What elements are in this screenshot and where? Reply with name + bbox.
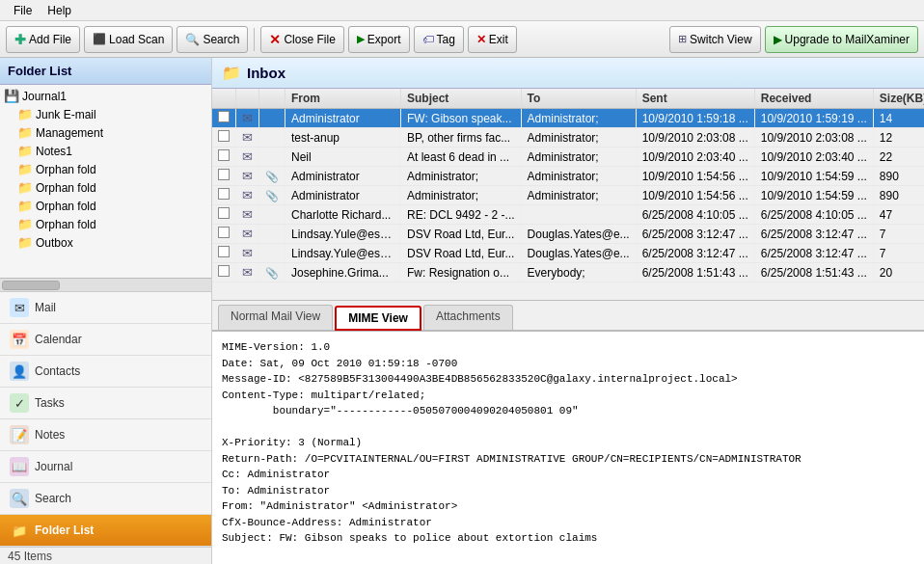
switch-view-button[interactable]: ⊞ Switch View (669, 26, 760, 53)
load-scan-button[interactable]: ⬛ Load Scan (84, 26, 173, 53)
table-row[interactable]: ✉ Charlotte Richard... RE: DCL 9492 - 2 … (212, 205, 924, 225)
table-row[interactable]: ✉ 📎 Administrator Administrator; Adminis… (212, 167, 924, 186)
nav-label-notes: Notes (35, 428, 65, 442)
preview-area: Normal Mail View MIME View Attachments M… (212, 301, 924, 564)
table-row[interactable]: ✉ Administrator FW: Gibson speak... Admi… (212, 109, 924, 128)
upgrade-button[interactable]: ▶ Upgrade to MailXaminer (765, 26, 918, 53)
checkbox-3[interactable] (218, 169, 230, 180)
checkbox-2[interactable] (218, 149, 230, 161)
checkbox-6[interactable] (218, 227, 230, 238)
folder-icon-2: 📁 (17, 125, 33, 140)
folder-item-0[interactable]: 💾Journal1 (0, 87, 211, 105)
col-from[interactable]: From (285, 89, 401, 109)
nav-label-calendar: Calendar (35, 333, 82, 346)
nav-btn-mail[interactable]: ✉Mail (0, 292, 211, 324)
col-received[interactable]: Received (754, 89, 873, 109)
folder-item-6[interactable]: 📁Orphan fold (0, 197, 211, 215)
checkbox-1[interactable] (218, 130, 230, 142)
col-icon (236, 89, 259, 109)
checkbox-5[interactable] (218, 207, 230, 219)
cell-check-1[interactable] (212, 128, 236, 148)
folder-item-5[interactable]: 📁Orphan fold (0, 178, 211, 197)
cell-check-8[interactable] (212, 263, 236, 282)
table-row[interactable]: ✉ 📎 Josephine.Grima... Fw: Resignation o… (212, 263, 924, 282)
nav-btn-tasks[interactable]: ✓Tasks (0, 388, 211, 419)
switch-view-label: Switch View (690, 33, 751, 46)
scroll-thumb[interactable] (2, 281, 60, 290)
cell-size-0: 14 (873, 109, 924, 128)
cell-check-6[interactable] (212, 225, 236, 244)
checkbox-4[interactable] (218, 188, 230, 200)
tab-mime[interactable]: MIME View (335, 306, 421, 331)
cell-check-0[interactable] (212, 109, 236, 128)
folder-item-7[interactable]: 📁Orphan fold (0, 215, 211, 233)
nav-btn-folder-list[interactable]: 📁Folder List (0, 515, 211, 547)
nav-btn-search[interactable]: 🔍Search (0, 483, 211, 515)
email-list[interactable]: From Subject To Sent Received Size(KB) ✉… (212, 89, 924, 301)
folder-item-8[interactable]: 📁Outbox (0, 233, 211, 252)
col-subject[interactable]: Subject (401, 89, 522, 109)
folder-item-3[interactable]: 📁Notes1 (0, 142, 211, 160)
folder-item-2[interactable]: 📁Management (0, 123, 211, 142)
cell-received-5: 6/25/2008 4:10:05 ... (754, 205, 873, 225)
menu-help[interactable]: Help (40, 2, 79, 19)
checkbox-7[interactable] (218, 246, 230, 257)
nav-label-mail: Mail (35, 301, 56, 314)
nav-btn-calendar[interactable]: 📅Calendar (0, 324, 211, 356)
cell-check-5[interactable] (212, 205, 236, 225)
tag-button[interactable]: 🏷 Tag (414, 26, 464, 53)
cell-received-6: 6/25/2008 3:12:47 ... (754, 225, 873, 244)
tab-attachments[interactable]: Attachments (423, 305, 513, 330)
col-attach (259, 89, 285, 109)
cell-check-7[interactable] (212, 244, 236, 263)
cell-from-8: Josephine.Grima... (285, 263, 401, 282)
cell-subject-8: Fw: Resignation o... (401, 263, 522, 282)
table-row[interactable]: ✉ Neil At least 6 dead in ... Administra… (212, 148, 924, 167)
nav-label-contacts: Contacts (35, 364, 80, 378)
table-row[interactable]: ✉ 📎 Administrator Administrator; Adminis… (212, 186, 924, 205)
col-to[interactable]: To (521, 89, 636, 109)
folder-item-1[interactable]: 📁Junk E-mail (0, 105, 211, 123)
search-icon: 🔍 (185, 33, 200, 46)
cell-sent-3: 10/9/2010 1:54:56 ... (636, 167, 754, 186)
inbox-icon: 📁 (222, 64, 241, 82)
toolbar-right: ⊞ Switch View ▶ Upgrade to MailXaminer (669, 26, 918, 53)
export-button[interactable]: ▶ Export (348, 26, 410, 53)
checkbox-8[interactable] (218, 265, 230, 277)
cell-icon-4: ✉ (236, 186, 259, 205)
cell-from-2: Neil (285, 148, 401, 167)
table-row[interactable]: ✉ Lindsay.Yule@ese... DSV Road Ltd, Eur.… (212, 225, 924, 244)
menu-file[interactable]: File (6, 2, 40, 19)
col-size[interactable]: Size(KB) (873, 89, 924, 109)
folder-name-4: Orphan fold (36, 163, 96, 176)
nav-icon-tasks: ✓ (10, 393, 29, 413)
nav-btn-journal[interactable]: 📖Journal (0, 451, 211, 483)
close-file-button[interactable]: ✕ Close File (260, 26, 343, 53)
add-file-button[interactable]: ✚ Add File (6, 26, 80, 53)
cell-icon-2: ✉ (236, 148, 259, 167)
cell-from-5: Charlotte Richard... (285, 205, 401, 225)
preview-tabs: Normal Mail View MIME View Attachments (212, 301, 924, 332)
search-button[interactable]: 🔍 Search (177, 26, 248, 53)
cell-check-2[interactable] (212, 148, 236, 167)
horizontal-scrollbar[interactable] (0, 278, 211, 291)
email-icon-5: ✉ (242, 207, 253, 222)
nav-btn-notes[interactable]: 📝Notes (0, 419, 211, 451)
folder-name-5: Orphan fold (36, 181, 96, 195)
exit-button[interactable]: ✕ Exit (468, 26, 517, 53)
nav-btn-contacts[interactable]: 👤Contacts (0, 356, 211, 388)
folder-name-6: Orphan fold (36, 200, 96, 213)
cell-icon-8: ✉ (236, 263, 259, 282)
cell-to-6: Douglas.Yates@e... (521, 225, 636, 244)
table-row[interactable]: ✉ test-anup BP, other firms fac... Admin… (212, 128, 924, 148)
cell-received-0: 10/9/2010 1:59:19 ... (754, 109, 873, 128)
cell-sent-8: 6/25/2008 1:51:43 ... (636, 263, 754, 282)
table-row[interactable]: ✉ Lindsay.Yule@ese... DSV Road Ltd, Eur.… (212, 244, 924, 263)
folder-tree[interactable]: 💾Journal1📁Junk E-mail📁Management📁Notes1📁… (0, 85, 211, 278)
cell-check-4[interactable] (212, 186, 236, 205)
tab-normal-mail[interactable]: Normal Mail View (218, 305, 333, 330)
folder-item-4[interactable]: 📁Orphan fold (0, 160, 211, 178)
col-sent[interactable]: Sent (636, 89, 754, 109)
cell-check-3[interactable] (212, 167, 236, 186)
checkbox-0[interactable] (218, 111, 230, 122)
